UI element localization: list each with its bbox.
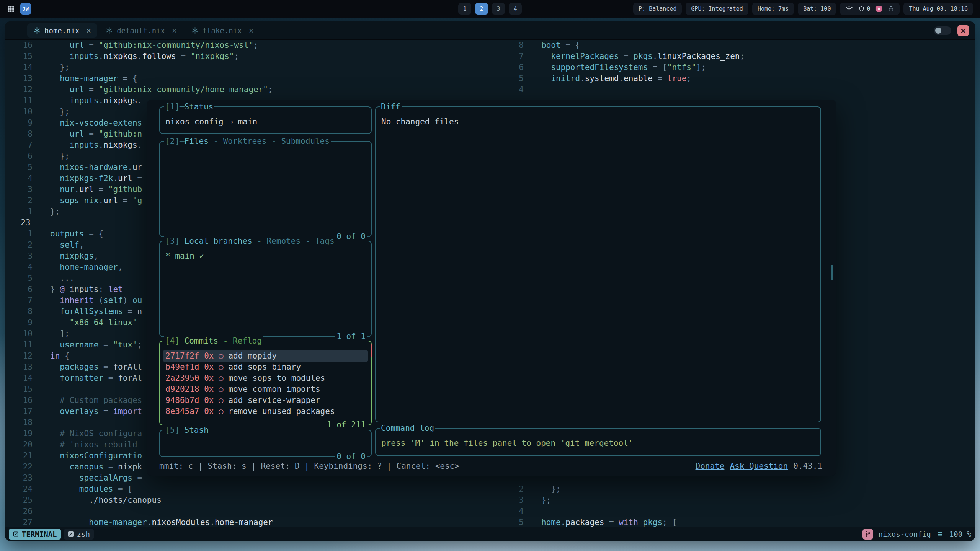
donate-link[interactable]: Donate (696, 461, 725, 471)
terminal-mode-badge[interactable]: TERMINAL (9, 529, 61, 540)
repo-name[interactable]: nixos-config (879, 530, 931, 538)
commit-row[interactable]: 2a23950 0x ○ move sops to modules (163, 373, 368, 384)
top-bar: JW 1234 P: BalancedGPU: IntegratedHome: … (0, 0, 980, 18)
shield-icon[interactable]: 0 (858, 5, 870, 12)
repo-branch-status: nixos-config → main (165, 116, 366, 127)
lazygit-panel-files[interactable]: [2]─Files - Worktrees - Submodules 0 of … (159, 141, 372, 237)
commit-row[interactable]: b49ef1d 0x ○ add sops binary (163, 362, 368, 373)
line-number: 16 (5, 395, 33, 406)
tab-close-icon[interactable]: × (87, 26, 91, 35)
line-number: 26 (5, 506, 33, 517)
commits-scrollbar[interactable] (371, 344, 372, 357)
code-line: 2 }; (496, 484, 975, 495)
tab-home.nix[interactable]: home.nix× (27, 23, 97, 38)
line-number: 14 (5, 62, 33, 73)
code-line: 4 (496, 506, 975, 517)
editor-window: home.nix×default.nix×flake.nix× × 16 url… (5, 21, 975, 541)
apps-grid-icon[interactable] (7, 5, 15, 13)
clock[interactable]: Thu Aug 08, 18:16 (903, 3, 973, 15)
workspace-4[interactable]: 4 (509, 3, 522, 15)
commit-row[interactable]: 2717f2f 0x ○ add mopidy (163, 350, 368, 362)
code-line: 4 (496, 84, 975, 95)
lazygit-panel-command-log[interactable]: Command log press 'M' in the files panel… (375, 428, 821, 456)
window-close-button[interactable]: × (957, 25, 969, 36)
line-number: 10 (5, 328, 33, 339)
line-number: 12 (5, 84, 33, 95)
workspace-switcher: 1234 (458, 3, 522, 15)
shell-badge[interactable]: zsh (64, 529, 94, 540)
line-number: 3 (5, 251, 33, 262)
code-line: 25 ./hosts/canopus (5, 495, 496, 506)
line-number: 7 (5, 295, 33, 306)
line-number: 20 (5, 439, 33, 450)
nix-file-icon (106, 27, 113, 34)
lazygit-panel-commits[interactable]: [4]─Commits - Reflog 2717f2f 0x ○ add mo… (159, 341, 372, 425)
commit-row[interactable]: 8e345a7 0x ○ remove unused packages (163, 406, 368, 417)
line-number: 3 (496, 495, 524, 506)
line-number: 19 (5, 428, 33, 439)
status-segment[interactable]: P: Balanced (633, 3, 682, 15)
ask-question-link[interactable]: Ask Question (730, 461, 788, 471)
list-icon[interactable] (936, 531, 944, 538)
commit-row[interactable]: 9486b7d 0x ○ add service-wrapper (163, 395, 368, 406)
line-number: 9 (5, 317, 33, 328)
git-badge[interactable] (862, 529, 873, 540)
workspace-2[interactable]: 2 (475, 3, 488, 15)
line-number: 23 (5, 217, 30, 228)
line-number: 6 (5, 284, 33, 295)
line-number: 11 (5, 339, 33, 350)
terminal-pane-icon (13, 531, 19, 537)
line-number: 6 (496, 62, 524, 73)
tab-default.nix[interactable]: default.nix× (100, 23, 183, 38)
code-line: 5 initrd.systemd.enable = true; (496, 73, 975, 84)
line-number: 14 (5, 373, 33, 384)
code-line: 13 home-manager = { (5, 73, 496, 84)
tab-strip: home.nix×default.nix×flake.nix× (11, 23, 260, 38)
wifi-icon[interactable] (845, 5, 853, 12)
app-badge[interactable]: JW (20, 3, 31, 15)
line-number: 4 (496, 84, 524, 95)
tab-label: flake.nix (203, 26, 242, 35)
code-line: 7 kernelPackages = pkgs.linuxPackages_ze… (496, 51, 975, 62)
workspace-3[interactable]: 3 (492, 3, 505, 15)
line-number: 23 (5, 473, 33, 484)
lazygit-panel-stash[interactable]: [5]─Stash 0 of 0 (159, 430, 372, 457)
tab-label: home.nix (44, 26, 80, 35)
nix-file-icon (33, 27, 41, 34)
line-number: 5 (5, 273, 33, 284)
toggle-knob (935, 28, 941, 34)
line-number: 5 (496, 73, 524, 84)
lazygit-panel-status[interactable]: [1]─Status nixos-config → main (159, 106, 372, 134)
branch-row[interactable]: * main ✓ (165, 251, 366, 262)
status-segment[interactable]: Home: 7ms (752, 3, 794, 15)
workspace-1[interactable]: 1 (458, 3, 471, 15)
volume-level[interactable]: 100 % (949, 530, 971, 538)
tab-close-icon[interactable]: × (249, 26, 254, 35)
layout-toggle[interactable] (934, 26, 951, 35)
lazygit-panel-branches[interactable]: [3]─Local branches - Remotes - Tags * ma… (159, 241, 372, 337)
tray-app-icon[interactable] (875, 5, 882, 12)
line-number: 10 (5, 106, 33, 117)
line-number: 9 (5, 117, 33, 129)
code-line: 24 modules = [ (5, 484, 496, 495)
line-number: 5 (5, 162, 33, 173)
system-tray[interactable]: 0 (840, 3, 900, 15)
lazygit-version: 0.43.1 (793, 461, 822, 471)
line-number: 5 (496, 517, 524, 527)
tab-flake.nix[interactable]: flake.nix× (185, 23, 260, 38)
line-number: 27 (5, 517, 33, 527)
line-number: 13 (5, 73, 33, 84)
line-number: 4 (5, 173, 33, 184)
lock-icon[interactable] (888, 5, 894, 12)
lazygit-panel-diff[interactable]: Diff No changed files (375, 106, 821, 422)
tab-close-icon[interactable]: × (172, 26, 177, 35)
line-number: 7 (496, 51, 524, 62)
code-line: 16 url = "github:nix-community/nixos-wsl… (5, 40, 496, 51)
terminal-scrollbar[interactable] (831, 265, 833, 280)
status-segment[interactable]: GPU: Integrated (686, 3, 748, 15)
commit-row[interactable]: d920218 0x ○ move common imports (163, 384, 368, 395)
line-number: 7 (5, 140, 33, 151)
commits-count: 1 of 211 (325, 419, 367, 430)
status-segment[interactable]: Bat: 100 (798, 3, 836, 15)
code-line: 27 home-manager.nixosModules.home-manage… (5, 517, 496, 527)
